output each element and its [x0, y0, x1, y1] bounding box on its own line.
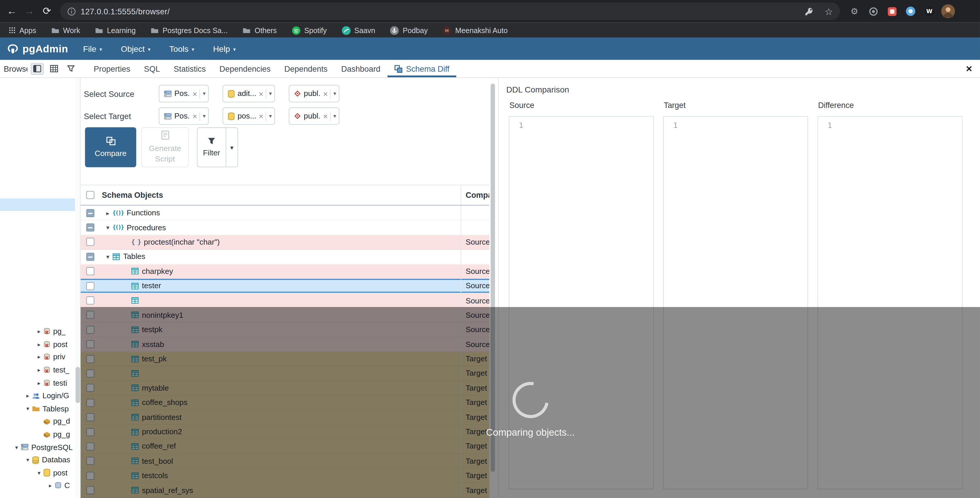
tab-dependencies[interactable]: Dependencies [213, 60, 278, 78]
chevron-down-icon[interactable]: ▾ [35, 470, 43, 476]
generate-script-button[interactable]: Generate Script [141, 127, 189, 167]
tab-properties[interactable]: Properties [87, 60, 137, 78]
clear-selection-icon[interactable]: × [259, 89, 263, 98]
row-checkbox[interactable] [86, 267, 94, 275]
row-checkbox[interactable] [86, 224, 94, 232]
chevron-down-icon[interactable]: ▾ [13, 444, 21, 450]
bookmark-others[interactable]: Others [243, 26, 277, 35]
clear-selection-icon[interactable]: × [192, 111, 197, 121]
address-bar[interactable]: 127.0.0.1:5555/browser/ ☆ [60, 3, 840, 20]
tab-dependents[interactable]: Dependents [277, 60, 334, 78]
grid-row[interactable]: testerSource [81, 279, 489, 293]
extension-gear-ext-icon[interactable]: ⚙ [846, 3, 862, 19]
bookmark-apps[interactable]: Apps [9, 26, 36, 35]
tree-item-pg-d[interactable]: pg_d [0, 415, 75, 428]
grid-row[interactable]: ▾Tables [81, 250, 489, 264]
extension-red-ext-icon[interactable] [884, 3, 900, 19]
target-select-0[interactable]: Pos...×▾ [159, 107, 209, 125]
chevron-down-icon[interactable]: ▾ [103, 254, 113, 260]
row-checkbox[interactable] [86, 238, 94, 246]
back-button[interactable]: ← [4, 3, 20, 19]
bookmark-button[interactable]: ☆ [821, 4, 836, 19]
chevron-right-icon[interactable]: ▸ [35, 367, 43, 373]
extension-blue-ext-icon[interactable] [902, 3, 918, 19]
tab-sql[interactable]: SQL [137, 60, 167, 78]
extension-record-ext-icon[interactable] [865, 3, 881, 19]
clear-selection-icon[interactable]: × [192, 89, 197, 98]
chevron-down-icon[interactable]: ▾ [24, 457, 32, 463]
clear-selection-icon[interactable]: × [323, 89, 328, 98]
extension-w-ext-icon[interactable]: W [921, 3, 937, 19]
grid-row[interactable]: charpkeySource [81, 264, 489, 279]
tab-schema-diff[interactable]: Schema Diff [387, 60, 456, 78]
clear-selection-icon[interactable]: × [259, 111, 263, 121]
chevron-down-icon[interactable]: ▾ [24, 406, 32, 412]
panel-toggle-button[interactable] [31, 63, 44, 75]
chevron-right-icon[interactable]: ▸ [35, 380, 43, 386]
tree-item-pg-g[interactable]: pg_g [0, 428, 75, 441]
tree-selection-highlight[interactable] [0, 198, 75, 211]
chevron-right-icon[interactable]: ▸ [35, 341, 43, 347]
filter-button[interactable]: Filter [197, 128, 226, 167]
tree-item-post[interactable]: ▾post [0, 466, 75, 479]
row-checkbox[interactable] [86, 252, 94, 261]
tree-item-postgresql[interactable]: ▾PostgreSQL [0, 441, 75, 454]
tree-item-tablesp[interactable]: ▾Tablesp [0, 402, 75, 415]
dropdown-caret-icon[interactable]: ▾ [203, 113, 205, 119]
filter-dropdown-button[interactable]: ▾ [226, 128, 237, 167]
pgadmin-logo[interactable]: pgAdmin [6, 43, 68, 55]
row-checkbox[interactable] [86, 209, 94, 217]
dropdown-caret-icon[interactable]: ▾ [269, 113, 272, 119]
column-header-schema-objects[interactable]: Schema Objects [99, 191, 460, 200]
tree-item-login-g[interactable]: ▸Login/G [0, 389, 75, 402]
dropdown-caret-icon[interactable]: ▾ [269, 90, 272, 97]
tree-item-c[interactable]: ▸C [0, 479, 75, 492]
tree-item-databas[interactable]: ▾Databas [0, 454, 75, 466]
source-select-0[interactable]: Pos...×▾ [159, 85, 209, 102]
tree-item-priv[interactable]: ▸priv [0, 351, 75, 364]
row-checkbox[interactable] [86, 282, 94, 290]
menu-file[interactable]: File▾ [83, 44, 102, 53]
menu-object[interactable]: Object▾ [121, 44, 151, 53]
menu-tools[interactable]: Tools▾ [169, 44, 194, 53]
chevron-right-icon[interactable]: ▸ [103, 209, 113, 216]
profile-avatar[interactable] [940, 3, 956, 19]
bookmark-meenakshi-auto[interactable]: MMeenakshi Auto [443, 26, 508, 35]
menu-help[interactable]: Help▾ [213, 44, 236, 53]
bookmark-postgres-docs-sa[interactable]: Postgres Docs Sa... [151, 26, 228, 35]
dropdown-caret-icon[interactable]: ▾ [333, 113, 336, 119]
forward-button[interactable]: → [21, 3, 38, 19]
sidebar-scrollbar-thumb[interactable] [75, 367, 80, 403]
tree-item-testi[interactable]: ▸testi [0, 377, 75, 389]
bookmark-work[interactable]: Work [51, 26, 80, 35]
tab-statistics[interactable]: Statistics [167, 60, 213, 78]
compare-button[interactable]: Compare [85, 127, 136, 167]
target-select-2[interactable]: publ...×▾ [289, 107, 339, 125]
refresh-button[interactable]: ⟳ [39, 3, 55, 19]
row-checkbox[interactable] [86, 297, 94, 305]
chevron-right-icon[interactable]: ▸ [35, 354, 43, 360]
clear-selection-icon[interactable]: × [323, 111, 328, 121]
bookmark-spotify[interactable]: Spotify [292, 26, 327, 35]
tree-filter-button[interactable] [64, 63, 78, 75]
select-all-checkbox[interactable] [86, 191, 94, 199]
close-panel-button[interactable]: ✕ [958, 60, 980, 78]
chevron-right-icon[interactable]: ▸ [24, 393, 32, 399]
chevron-right-icon[interactable]: ▸ [46, 483, 54, 489]
grid-view-button[interactable] [48, 63, 60, 75]
source-select-1[interactable]: adit...×▾ [223, 85, 275, 102]
tree-item-test[interactable]: ▸test_ [0, 364, 75, 377]
grid-row[interactable]: ▸{()}Functions [81, 206, 489, 220]
chevron-right-icon[interactable]: ▸ [35, 328, 43, 335]
target-select-1[interactable]: pos...×▾ [223, 107, 275, 125]
bookmark-podbay[interactable]: Podbay [390, 26, 428, 35]
bookmark-saavn[interactable]: Saavn [342, 26, 375, 35]
password-manager-button[interactable] [801, 4, 816, 19]
site-info-icon[interactable] [67, 7, 76, 16]
dropdown-caret-icon[interactable]: ▾ [203, 90, 205, 97]
chevron-down-icon[interactable]: ▾ [103, 224, 113, 231]
column-header-comparison-result[interactable]: Comparison Result [461, 185, 489, 205]
grid-row[interactable]: Source [81, 293, 489, 308]
source-select-2[interactable]: publ...×▾ [289, 85, 339, 102]
tab-dashboard[interactable]: Dashboard [334, 60, 388, 78]
